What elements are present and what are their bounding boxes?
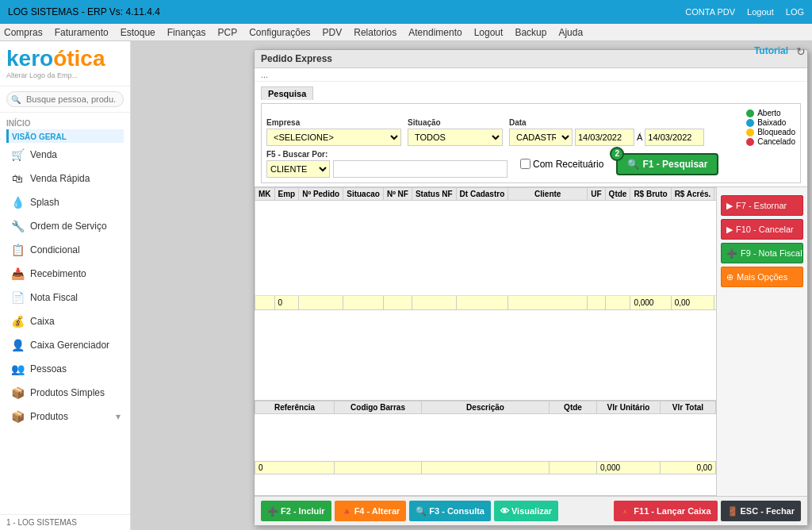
empresa-label: Empresa (266, 118, 401, 127)
legend-bloqueado-dot (746, 129, 754, 136)
bottom-table-summary: 0 0,000 0,00 (255, 462, 716, 474)
col-referencia: Referência (255, 401, 335, 414)
col-rs-bruto: R$ Bruto (630, 188, 671, 201)
sidebar-search-input[interactable] (6, 91, 124, 107)
menu-financas[interactable]: Finanças (167, 27, 206, 38)
f5-label: F5 - Buscar Por: (266, 150, 508, 159)
data-from-input[interactable] (575, 129, 634, 146)
ordem-servico-label: Ordem de Serviço (30, 221, 107, 232)
btn-f7-estornar[interactable]: ▶ F7 - Estornar (721, 195, 803, 216)
sidebar-item-nota-fiscal[interactable]: 📄 Nota Fiscal (6, 286, 124, 309)
col-vlr-unit: Vlr Unitário (597, 401, 661, 414)
sidebar-item-caixa[interactable]: 💰 Caixa (6, 309, 124, 333)
f1-button-wrapper: 2 🔍 F1 - Pesquisar (616, 153, 718, 175)
ordem-servico-icon: 🔧 (10, 218, 25, 234)
btn-f11-lancar-caixa[interactable]: 🔺 F11 - Lançar Caixa (614, 501, 717, 521)
col-mk: MK (255, 188, 275, 201)
menu-ajuda[interactable]: Ajuda (558, 27, 583, 38)
buscar-input[interactable] (333, 160, 508, 178)
col-descricao: Descrição (422, 401, 550, 414)
menu-configuracoes[interactable]: Configurações (249, 27, 310, 38)
data-to-input[interactable] (645, 129, 704, 146)
sidebar-item-produtos-simples[interactable]: 📦 Produtos Simples (6, 381, 124, 405)
col-vl-devoluc: Vl Devoluc (714, 188, 716, 201)
search-icon: 🔍 (627, 159, 639, 170)
log-link[interactable]: LOG (786, 7, 804, 17)
menu-faturamento[interactable]: Faturamento (55, 27, 109, 38)
tutorial-link[interactable]: Tutorial (754, 45, 788, 56)
visualizar-icon: 👁 (500, 506, 509, 516)
nota-fiscal-label: Nota Fiscal (30, 292, 78, 303)
caixa-label: Caixa (30, 316, 55, 327)
data-type-select[interactable]: CADASTRO (509, 129, 573, 146)
col-rs-acres: R$ Acrés. (671, 188, 714, 201)
menu-estoque[interactable]: Estoque (121, 27, 155, 38)
menu-relatorios[interactable]: Relatorios (354, 27, 396, 38)
data-label: Data (509, 118, 704, 127)
receituario-group: Com Receituário (520, 159, 603, 170)
dialog-title: Pedido Express (255, 50, 807, 68)
sidebar-item-produtos[interactable]: 📦 Produtos ▾ (6, 405, 124, 428)
f5-group: F5 - Buscar Por: CLIENTE (266, 150, 508, 178)
col-qtde2: Qtde (550, 401, 597, 414)
situacao-select[interactable]: TODOS (408, 129, 503, 146)
sidebar-item-splash[interactable]: 💧 Splash (6, 190, 124, 214)
btn-f4-alterar[interactable]: 🔺 F4 - Alterar (335, 501, 407, 521)
main-table: MK Emp Nº Pedido Situacao Nº NF Status N… (255, 187, 716, 310)
menu-compras[interactable]: Compras (4, 27, 43, 38)
sidebar-item-condicional[interactable]: 📋 Condicional (6, 238, 124, 262)
col-dt-cadastro: Dt Cadastro (456, 188, 508, 201)
empresa-select[interactable]: <SELECIONE> (266, 129, 401, 146)
sidebar-item-recebimento[interactable]: 📥 Recebimento (6, 262, 124, 286)
btn-f2-incluir[interactable]: ➕ F2 - Incluir (261, 501, 331, 521)
btn-mais-opcoes[interactable]: ⊕ Mais Opções (721, 267, 803, 287)
caixa-icon: 💰 (10, 313, 25, 329)
bottom-table-row (255, 414, 716, 462)
incluir-icon: ➕ (267, 506, 278, 517)
recebimento-icon: 📥 (10, 266, 25, 282)
sidebar-bottom-label: 1 - LOG SISTEMAS (6, 518, 77, 527)
menu-logout[interactable]: Logout (474, 27, 504, 38)
btn-f9-nota-fiscal[interactable]: ➕ F9 - Nota Fiscal (721, 243, 803, 263)
logout-link[interactable]: Logout (747, 7, 774, 17)
sidebar-item-venda[interactable]: 🛒 Venda (6, 143, 124, 167)
menu-pdv[interactable]: PDV (323, 27, 343, 38)
sidebar-item-pessoas[interactable]: 👥 Pessoas (6, 357, 124, 381)
bottom-table: Referência Codigo Barras Descrição Qtde … (255, 401, 716, 474)
sidebar-item-venda-rapida[interactable]: 🛍 Venda Rápida (6, 167, 124, 190)
legend-cancelado-dot (746, 138, 754, 146)
receituario-checkbox[interactable] (520, 159, 530, 169)
buscar-por-select[interactable]: CLIENTE (266, 160, 330, 178)
logo: keroótica (6, 48, 124, 70)
conta-pdv-link[interactable]: CONTA PDV (685, 7, 735, 17)
logo-subtitle[interactable]: Alterar Logo da Emp... (6, 71, 124, 79)
top-bar: LOG SISTEMAS - ERP Vs: 4.11.4.4 CONTA PD… (0, 0, 812, 24)
refresh-button[interactable]: ↻ (796, 45, 806, 58)
caixa-ger-label: Caixa Gerenciador (30, 340, 109, 351)
f1-pesquisar-button[interactable]: 🔍 F1 - Pesquisar (616, 153, 718, 175)
pessoas-icon: 👥 (10, 361, 25, 377)
btn-f10-cancelar[interactable]: ▶ F10 - Cancelar (721, 219, 803, 240)
col-uf: UF (588, 188, 605, 201)
col-situacao: Situacao (343, 188, 384, 201)
btn-visualizar[interactable]: 👁 Visualizar (494, 501, 558, 521)
legend-aberto: Aberto (757, 109, 780, 117)
menu-pcp[interactable]: PCP (217, 27, 237, 38)
legend-baixado: Baixado (757, 118, 786, 127)
col-num-nf: Nº NF (383, 188, 412, 201)
nav-visao-label: VISÃO GERAL (6, 129, 124, 143)
search-panel-tab[interactable]: Pesquisa (261, 86, 313, 100)
menu-atendimento[interactable]: Atendimento (408, 27, 462, 38)
caixa-ger-icon: 👤 (10, 337, 25, 353)
legend-cancelado: Cancelado (757, 137, 795, 146)
fechar-icon: 🚪 (727, 506, 738, 517)
estornar-icon: ▶ (726, 201, 733, 211)
btn-f3-consulta[interactable]: 🔍 F3 - Consulta (409, 501, 491, 521)
footer-buttons: ➕ F2 - Incluir 🔺 F4 - Alterar 🔍 F3 - Con… (255, 496, 807, 525)
sidebar-item-ordem-servico[interactable]: 🔧 Ordem de Serviço (6, 214, 124, 238)
sidebar-item-caixa-gerenciador[interactable]: 👤 Caixa Gerenciador (6, 333, 124, 357)
menu-backup[interactable]: Backup (515, 27, 546, 38)
dialog: Pedido Express ... Pesquisa Empresa <SEL… (254, 49, 808, 526)
main-table-summary: 0 0,000 0,00 (255, 296, 717, 310)
btn-esc-fechar[interactable]: 🚪 ESC - Fechar (721, 501, 801, 521)
